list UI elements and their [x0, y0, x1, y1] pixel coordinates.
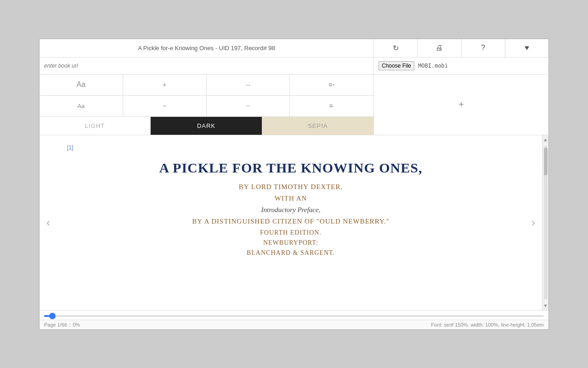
- choose-file-button[interactable]: Choose File: [379, 61, 414, 70]
- line-increase-cell[interactable]: ≡+: [290, 75, 373, 95]
- font-small-cell[interactable]: Aa: [40, 96, 123, 116]
- book-intro-preface: Introductory Preface,: [67, 206, 514, 214]
- prev-page-button[interactable]: ‹: [42, 212, 55, 234]
- status-left: Page 1/66 :: 0%: [44, 322, 80, 328]
- scroll-bottom-button[interactable]: ▼: [543, 303, 548, 308]
- book-location: NEWBURYPORT:: [67, 239, 514, 247]
- print-button[interactable]: 🖨: [418, 39, 461, 57]
- add-button[interactable]: +: [374, 75, 548, 135]
- status-right: Font: serif 150%, width: 100%, line-heig…: [431, 322, 544, 328]
- book-edition: FOURTH EDITION.: [67, 229, 514, 236]
- scrollbar: ▲ ▼: [542, 135, 548, 310]
- width-decrease-cell[interactable]: ↔: [207, 96, 290, 116]
- refresh-button[interactable]: ↻: [374, 39, 418, 57]
- width-increase-cell[interactable]: ↔: [207, 75, 290, 95]
- book-distinguished: BY A DISTINGUISHED CITIZEN OF "OULD NEWB…: [67, 218, 514, 225]
- favorite-button[interactable]: ♥: [505, 39, 548, 57]
- font-increase-cell[interactable]: +: [123, 75, 207, 95]
- font-large-cell[interactable]: Aa: [40, 75, 123, 95]
- next-page-button[interactable]: ›: [527, 212, 540, 234]
- file-name: MOBI.mobi: [418, 63, 448, 69]
- dark-theme-button[interactable]: DARK: [151, 117, 262, 135]
- help-button[interactable]: ?: [462, 39, 505, 57]
- sepia-theme-button[interactable]: SEPIA: [262, 117, 373, 135]
- book-publisher: BLANCHARD & SARGENT.: [67, 249, 514, 257]
- progress-dot[interactable]: [49, 313, 56, 319]
- light-theme-button[interactable]: LIGHT: [40, 117, 151, 135]
- url-input[interactable]: [44, 63, 369, 69]
- font-decrease-cell[interactable]: −: [123, 96, 207, 116]
- progress-track[interactable]: [44, 315, 544, 317]
- progress-bar-container: [40, 310, 548, 320]
- book-with-an: WITH AN: [67, 195, 514, 202]
- scroll-top-button[interactable]: ▲: [543, 137, 548, 142]
- book-main-title: A PICKLE FOR THE KNOWING ONES,: [67, 160, 514, 176]
- scroll-track[interactable]: [544, 146, 548, 299]
- book-title: A Pickle for-e Knowing Ones - UID 197, R…: [40, 39, 374, 57]
- scroll-thumb[interactable]: [544, 148, 548, 175]
- line-decrease-cell[interactable]: ≡-: [290, 96, 373, 116]
- page-marker: [1]: [67, 144, 514, 151]
- book-by-line: BY LORD TIMOTHY DEXTER,: [67, 183, 514, 191]
